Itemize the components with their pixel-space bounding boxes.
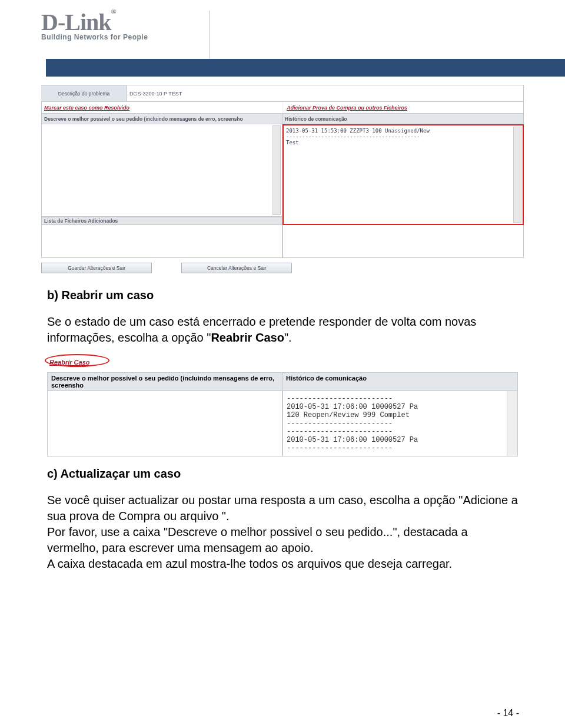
section-b-paragraph: Se o estado de um caso está encerrado e … [47,314,518,346]
section-c-p2: Por favor, use a caixa "Descreve o melho… [47,524,518,556]
history-line: ------------------------- [287,428,514,436]
screenshot-reopen-case: Reabrir Caso Descreve o melhor possivel … [47,356,518,456]
history-line: 2013-05-31 15:53:00 ZZZPT3 100 Unassigne… [286,128,520,134]
describe-textarea[interactable] [41,124,282,217]
logo-tagline: Building Networks for People [41,33,159,41]
label-problem-description: Descrição do problema [41,85,127,102]
section-b-title: b) Reabrir um caso [47,287,518,303]
describe-header-2: Descreve o melhor possivel o seu pedido … [47,372,282,391]
section-b: b) Reabrir um caso Se o estado de um cas… [41,287,524,346]
value-problem-description: DGS-3200-10 P TEST [127,85,524,102]
save-exit-button[interactable]: Guardar Alterações e Sair [41,263,152,273]
scrollbar[interactable] [272,125,281,215]
screenshot-case-form: Descrição do problema DGS-3200-10 P TEST… [41,85,524,273]
scrollbar[interactable] [507,391,517,456]
scrollbar[interactable] [513,127,521,223]
history-line: 120 Reopen/Review 999 Complet [287,411,514,419]
describe-textarea-2[interactable] [47,391,282,456]
describe-header: Descreve o melhor possivel o seu pedido … [41,114,282,124]
history-line: 2010-05-31 17:06:00 10000527 Pa [287,403,514,411]
files-left-panel [41,225,282,258]
history-line: 2010-05-31 17:06:00 10000527 Pa [287,436,514,444]
history-content: 2013-05-31 15:53:00 ZZZPT3 100 Unassigne… [284,125,523,224]
section-c: c) Actualizaçar um caso Se você quiser a… [41,466,524,572]
registered-icon: ® [111,8,116,16]
mark-resolved-link[interactable]: Marcar este caso como Resolvido [44,105,129,111]
history-line: ------------------------- [287,444,514,452]
header-blue-bar [46,59,565,77]
section-c-p1: Se você quiser actualizar ou postar uma … [47,492,518,524]
history-line: ------------------------- [287,395,514,403]
files-added-header: Lista de Ficheiros Adicionados [41,217,282,225]
logo-text: D-Link [41,9,111,35]
highlight-ellipse [45,354,109,367]
files-right-panel [282,225,524,258]
page-number: - 14 - [497,708,519,719]
history-header: Histórico de comunicação [282,114,524,124]
page-header: D-Link® Building Networks for People [41,11,524,57]
brand-logo: D-Link® Building Networks for People [41,11,159,41]
history-header-2: Histórico de comunicação [282,372,518,391]
cancel-exit-button[interactable]: Cancelar Alterações e Sair [181,263,292,273]
history-line: ------------------------- [287,419,514,428]
history-line: ----------------------------------------… [286,134,520,140]
header-divider [210,11,210,59]
section-c-title: c) Actualizaçar um caso [47,466,518,482]
history-content-2: ------------------------- 2010-05-31 17:… [282,391,518,456]
section-c-p3: A caixa destacada em azul mostra-lhe tod… [47,556,518,572]
history-line: Test [286,140,520,145]
add-proof-link[interactable]: Adicionar Prova de Compra ou outros Fich… [287,105,407,111]
history-panel-highlighted: 2013-05-31 15:53:00 ZZZPT3 100 Unassigne… [282,124,524,225]
